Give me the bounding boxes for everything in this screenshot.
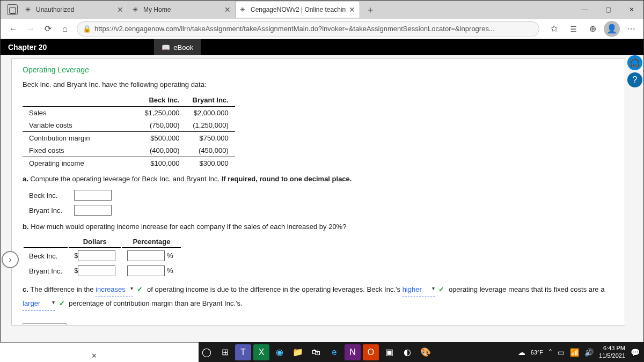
popup-close-icon[interactable]: ✕ xyxy=(91,352,97,360)
select-higher[interactable]: higher xyxy=(402,283,435,297)
tray-chevron-icon[interactable]: ˄ xyxy=(548,348,552,357)
close-icon[interactable]: ✕ xyxy=(349,5,355,14)
chrome-icon[interactable]: ◐ xyxy=(399,344,415,360)
new-tab-button[interactable]: ＋ xyxy=(365,3,375,16)
close-window-icon[interactable]: ✕ xyxy=(620,1,643,19)
beck-label-b: Beck Inc. xyxy=(24,249,68,263)
url-text: https://v2.cengagenow.com/ilrn/takeAssig… xyxy=(94,25,533,33)
favorites-icon[interactable]: ≣ xyxy=(565,21,581,37)
tab-cengage[interactable]: ✳ CengageNOWv2 | Online teachin ✕ xyxy=(236,2,360,18)
weather-icon[interactable]: ☁ xyxy=(518,348,525,357)
close-icon[interactable]: ✕ xyxy=(117,5,123,14)
qa-bold: If required, round to one decimal place. xyxy=(222,175,352,183)
onenote-icon[interactable]: N xyxy=(345,344,361,360)
tabs-overview-icon[interactable]: ▢ xyxy=(7,4,18,15)
favicon: ✳ xyxy=(25,6,33,13)
taskbar: ✕ ◯ ⊞ T X ◉ 📁 🛍 e N O ▣ ◐ 🎨 ☁ 63°F ˄ ▭ 📶… xyxy=(0,342,644,362)
date-text: 11/5/2021 xyxy=(599,352,625,359)
select-larger[interactable]: larger xyxy=(23,297,55,311)
back-button[interactable]: ← xyxy=(5,20,22,38)
app-icon[interactable]: ▣ xyxy=(381,344,397,360)
tab-unauthorized[interactable]: ✳ Unauthorized ✕ xyxy=(21,2,128,18)
refresh-button[interactable]: ⟳ xyxy=(39,20,56,38)
url-box[interactable]: 🔒 https://v2.cengagenow.com/ilrn/takeAss… xyxy=(77,21,539,36)
beck-dollar-input[interactable] xyxy=(78,250,115,261)
taskbar-apps: ◯ ⊞ T X ◉ 📁 🛍 e N O ▣ ◐ 🎨 xyxy=(199,342,434,362)
book-icon: 📖 xyxy=(162,43,170,51)
col-blank xyxy=(23,94,138,107)
battery-icon[interactable]: ▭ xyxy=(558,348,565,357)
next-question-button[interactable]: › xyxy=(2,251,19,268)
system-tray: ☁ 63°F ˄ ▭ 📶 🔊 6:43 PM 11/5/2021 💬 xyxy=(518,345,644,359)
start-region: ✕ xyxy=(0,342,199,362)
dollar-sign: $ xyxy=(74,267,78,275)
edge-icon[interactable]: ◉ xyxy=(272,344,288,360)
row-label: Sales xyxy=(23,107,138,120)
weather-temp[interactable]: 63°F xyxy=(531,349,543,356)
select-increases[interactable]: increases xyxy=(96,283,133,297)
paint-icon[interactable]: 🎨 xyxy=(418,344,434,360)
minimize-icon[interactable]: — xyxy=(573,1,596,19)
start-icon[interactable]: ◯ xyxy=(199,344,215,360)
window-controls: — ▢ ✕ xyxy=(573,1,643,19)
table-row: Fixed costs(400,000)(450,000) xyxy=(23,144,235,157)
address-bar: ← → ⟳ ⌂ 🔒 https://v2.cengagenow.com/ilrn… xyxy=(1,19,643,39)
wifi-icon[interactable]: 📶 xyxy=(570,348,579,357)
clock[interactable]: 6:43 PM 11/5/2021 xyxy=(599,345,625,359)
bryant-label: Bryant Inc. xyxy=(24,203,68,217)
support-chat-icon[interactable]: 🎧 xyxy=(627,55,642,70)
excel-icon[interactable]: X xyxy=(253,344,269,360)
feedback-button[interactable]: Feedback xyxy=(23,323,67,326)
bryant-leverage-input[interactable] xyxy=(74,205,112,216)
tab-myhome[interactable]: ✳ My Home ✕ xyxy=(128,2,236,18)
pct-sign: % xyxy=(167,252,173,260)
table-row: Operating income$100,000$300,000 xyxy=(23,157,235,170)
profile-avatar[interactable]: 👤 xyxy=(604,21,620,37)
qc-text2: of operating income is due to the differ… xyxy=(147,285,402,293)
row-label: Contribution margin xyxy=(23,132,138,145)
beck-pct-input[interactable] xyxy=(127,250,165,261)
sound-icon[interactable]: 🔊 xyxy=(584,348,594,357)
chapter-title: Chapter 20 xyxy=(8,43,47,51)
notifications-icon[interactable]: 💬 xyxy=(631,348,640,357)
answer-table-b: DollarsPercentage Beck Inc. $ % Bryant I… xyxy=(23,235,182,279)
table-row: Variable costs(750,000)(1,250,000) xyxy=(23,119,235,132)
row-label: Fixed costs xyxy=(23,144,138,157)
teams-icon[interactable]: T xyxy=(235,344,251,360)
maximize-icon[interactable]: ▢ xyxy=(596,1,620,19)
task-view-icon[interactable]: ⊞ xyxy=(217,344,233,360)
col-beck: Beck Inc. xyxy=(138,94,186,107)
table-row: Sales$1,250,000$2,000,000 xyxy=(23,107,235,120)
table-row: Contribution margin$500,000$750,000 xyxy=(23,132,235,145)
store-icon[interactable]: 🛍 xyxy=(308,344,324,360)
ebook-button[interactable]: 📖 eBook xyxy=(154,39,201,55)
collections-icon[interactable]: ⊕ xyxy=(584,21,601,37)
forward-button[interactable]: → xyxy=(22,20,39,38)
qa-text: Compute the operating leverage for Beck … xyxy=(30,175,221,183)
help-icon[interactable]: ? xyxy=(627,72,642,87)
tab-label: Unauthorized xyxy=(36,6,114,13)
beck-leverage-input[interactable] xyxy=(74,190,112,201)
question-a: a. Compute the operating leverage for Be… xyxy=(23,175,614,183)
dollar-sign: $ xyxy=(74,252,78,260)
row-beck: $500,000 xyxy=(138,132,186,145)
home-button[interactable]: ⌂ xyxy=(56,20,74,38)
qc-text1: The difference in the xyxy=(30,285,96,293)
bryant-pct-input[interactable] xyxy=(127,265,165,276)
office-icon[interactable]: O xyxy=(363,344,379,360)
tab-label: My Home xyxy=(143,6,221,13)
file-explorer-icon[interactable]: 📁 xyxy=(290,344,306,360)
ebook-label: eBook xyxy=(173,43,193,51)
tab-label: CengageNOWv2 | Online teachin xyxy=(251,6,346,13)
bryant-dollar-input[interactable] xyxy=(78,265,115,276)
row-beck: (750,000) xyxy=(138,119,186,132)
browser-window: ▢ ✳ Unauthorized ✕ ✳ My Home ✕ ✳ Cengage… xyxy=(0,0,644,342)
pct-sign: % xyxy=(167,267,173,275)
star-icon[interactable]: ✩ xyxy=(546,21,562,37)
row-label: Operating income xyxy=(23,157,138,170)
close-icon[interactable]: ✕ xyxy=(224,5,231,14)
ie-icon[interactable]: e xyxy=(326,344,342,360)
beck-label: Beck Inc. xyxy=(24,188,68,202)
page-content: Chapter 20 📖 eBook 🎧 ? › Operating Lever… xyxy=(1,39,643,343)
menu-icon[interactable]: ⋯ xyxy=(623,21,639,37)
